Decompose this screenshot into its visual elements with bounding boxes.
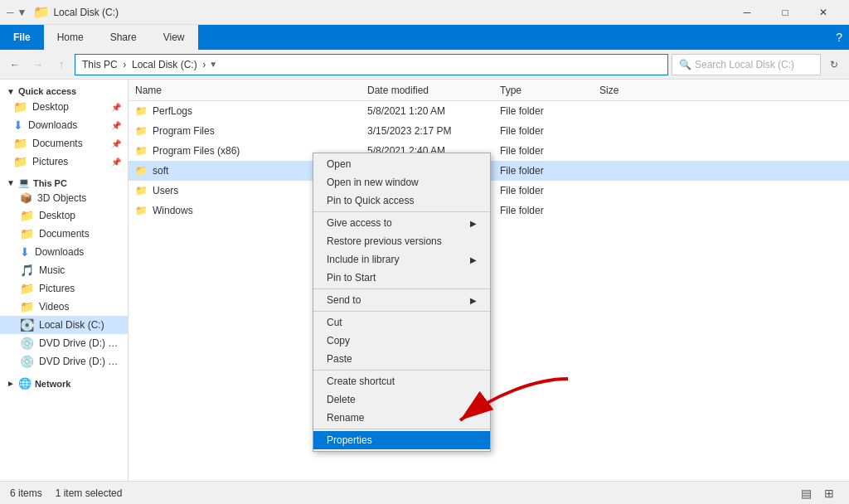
address-bar: ← → ↑ This PC › Local Disk (C:) › ▼ 🔍 Se… (0, 50, 849, 80)
maximize-button[interactable]: □ (766, 0, 804, 25)
col-name-header[interactable]: Name (135, 85, 367, 96)
network-label[interactable]: ► 🌐 Network (0, 374, 128, 391)
title-bar-controls: ─ □ ✕ (728, 0, 842, 25)
tab-view[interactable]: View (150, 25, 198, 50)
folder-icon-program-files-x86: 📁 (135, 145, 148, 157)
menu-item-open[interactable]: Open (313, 155, 490, 173)
ribbon-tabs: Home Share View (44, 25, 198, 50)
open-label: Open (327, 158, 351, 170)
local-disk-icon: 💽 (20, 318, 34, 332)
quick-access-label[interactable]: ▼ Quick access (0, 83, 128, 98)
menu-item-pin-quick[interactable]: Pin to Quick access (313, 191, 490, 210)
sidebar-item-desktop-quick[interactable]: 📁 Desktop 📌 (0, 98, 128, 116)
menu-separator-5 (313, 429, 490, 429)
help-icon[interactable]: ? (836, 31, 842, 44)
selected-count: 1 item selected (56, 487, 123, 499)
properties-label: Properties (327, 434, 372, 446)
sidebar-item-local-disk[interactable]: 💽 Local Disk (C:) (0, 316, 128, 334)
file-tab[interactable]: File (0, 25, 44, 50)
expand-arrow: ▼ (209, 60, 217, 69)
col-type-header[interactable]: Type (500, 85, 599, 96)
file-name-cell: 📁 Program Files (135, 125, 367, 137)
address-input[interactable]: This PC › Local Disk (C:) › ▼ (75, 54, 668, 75)
menu-item-restore[interactable]: Restore previous versions (313, 232, 490, 250)
include-library-arrow: ▶ (470, 255, 477, 264)
table-row[interactable]: 📁 PerfLogs 5/8/2021 1:20 AM File folder (129, 101, 849, 121)
menu-item-open-new-window[interactable]: Open in new window (313, 173, 490, 191)
search-box[interactable]: 🔍 Search Local Disk (C:) (672, 54, 821, 75)
folder-icon-windows: 📁 (135, 205, 148, 216)
sidebar-item-documents-quick[interactable]: 📁 Documents 📌 (0, 134, 128, 153)
folder-icon-soft: 📁 (135, 165, 148, 177)
title-bar: ─ ▼ 📁 Local Disk (C:) ─ □ ✕ (0, 0, 849, 25)
title-bar-title: Local Disk (C:) (53, 7, 728, 18)
give-access-label: Give access to (327, 217, 392, 229)
tab-share[interactable]: Share (97, 25, 150, 50)
restore-label: Restore previous versions (327, 235, 442, 247)
downloads-pc-icon: ⬇ (20, 245, 30, 259)
desktop-pc-icon: 📁 (20, 209, 34, 222)
details-view-button[interactable]: ▤ (796, 484, 816, 502)
include-library-label: Include in library (327, 254, 399, 265)
delete-label: Delete (327, 394, 356, 405)
title-folder-icon: 📁 (33, 4, 50, 20)
breadcrumb: This PC › Local Disk (C:) › (82, 59, 206, 70)
sidebar-item-pictures-quick[interactable]: 📁 Pictures 📌 (0, 153, 128, 171)
minimize-icon: ─ (7, 7, 14, 18)
menu-item-pin-start[interactable]: Pin to Start (313, 269, 490, 287)
menu-item-send-to[interactable]: Send to ▶ (313, 291, 490, 309)
col-size-header[interactable]: Size (599, 85, 666, 96)
dvd2-label: DVD Drive (D:) SSS_X (39, 356, 121, 367)
back-button[interactable]: ← (5, 55, 25, 75)
menu-item-cut[interactable]: Cut (313, 313, 490, 332)
menu-item-delete[interactable]: Delete (313, 390, 490, 409)
menu-item-include-library[interactable]: Include in library ▶ (313, 250, 490, 269)
sidebar-item-documents-pc[interactable]: 📁 Documents (0, 225, 128, 243)
this-pc-chevron: ▼ (7, 178, 15, 187)
computer-icon: 💻 (18, 177, 30, 188)
menu-item-properties[interactable]: Properties (313, 431, 490, 449)
dvd1-icon: 💿 (20, 337, 34, 350)
menu-item-create-shortcut[interactable]: Create shortcut (313, 372, 490, 390)
network-icon: 🌐 (18, 377, 32, 390)
close-button[interactable]: ✕ (804, 0, 842, 25)
item-count: 6 items (10, 487, 42, 499)
open-new-window-label: Open in new window (327, 177, 419, 188)
forward-button: → (28, 55, 48, 75)
sidebar-item-desktop-pc[interactable]: 📁 Desktop (0, 206, 128, 225)
file-list-header: Name Date modified Type Size (129, 80, 849, 101)
tab-home[interactable]: Home (44, 25, 97, 50)
sidebar-item-pictures-pc[interactable]: 📁 Pictures (0, 279, 128, 298)
minimize-button[interactable]: ─ (728, 0, 766, 25)
col-date-header[interactable]: Date modified (367, 85, 500, 96)
pictures-pc-label: Pictures (39, 283, 75, 294)
this-pc-label[interactable]: ▼ 💻 This PC (0, 174, 128, 190)
table-row[interactable]: 📁 Program Files 3/15/2023 2:17 PM File f… (129, 121, 849, 141)
menu-item-paste[interactable]: Paste (313, 350, 490, 368)
up-button: ↑ (51, 55, 71, 75)
videos-label: Videos (39, 301, 69, 313)
send-to-label: Send to (327, 294, 361, 306)
sidebar-item-videos[interactable]: 📁 Videos (0, 298, 128, 316)
menu-item-give-access[interactable]: Give access to ▶ (313, 214, 490, 232)
pictures-icon: 📁 (13, 155, 27, 168)
menu-separator-2 (313, 288, 490, 289)
give-access-arrow: ▶ (470, 219, 477, 228)
videos-icon: 📁 (20, 300, 34, 313)
sidebar-item-dvd1[interactable]: 💿 DVD Drive (D:) SSS_ (0, 334, 128, 352)
create-shortcut-label: Create shortcut (327, 376, 395, 387)
view-controls: ▤ ⊞ (796, 484, 839, 502)
sidebar-item-downloads-pc[interactable]: ⬇ Downloads (0, 243, 128, 261)
this-pc-text: 💻 This PC (18, 177, 67, 188)
pin-icon-4: 📌 (111, 158, 121, 167)
sidebar-item-dvd2[interactable]: 💿 DVD Drive (D:) SSS_X (0, 352, 128, 371)
sidebar-item-downloads-quick[interactable]: ⬇ Downloads 📌 (0, 116, 128, 134)
context-menu: Open Open in new window Pin to Quick acc… (313, 153, 491, 452)
menu-item-rename[interactable]: Rename (313, 409, 490, 427)
sidebar: ▼ Quick access 📁 Desktop 📌 ⬇ Downloads 📌… (0, 80, 129, 481)
large-icons-view-button[interactable]: ⊞ (819, 484, 839, 502)
menu-item-copy[interactable]: Copy (313, 332, 490, 350)
refresh-button[interactable]: ↻ (824, 55, 844, 75)
sidebar-item-3dobjects[interactable]: 📦 3D Objects (0, 190, 128, 206)
sidebar-item-music[interactable]: 🎵 Music (0, 261, 128, 279)
